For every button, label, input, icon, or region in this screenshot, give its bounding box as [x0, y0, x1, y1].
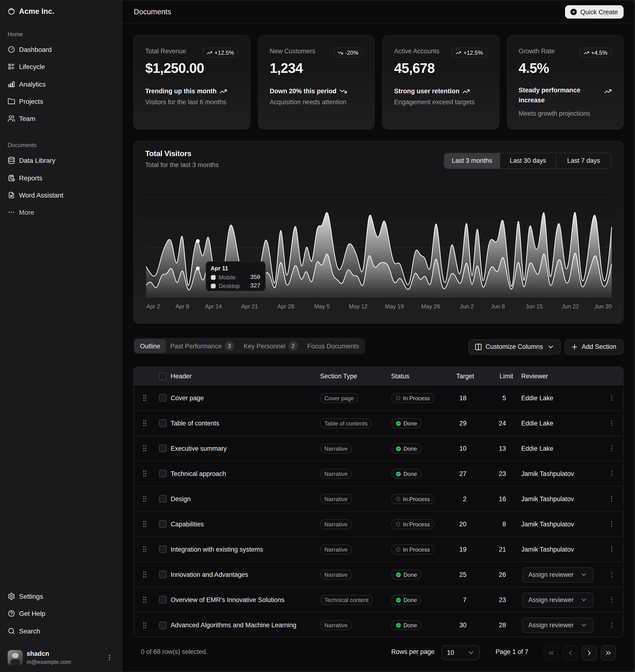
svg-text:Jun 22: Jun 22	[562, 303, 579, 310]
svg-text:May 26: May 26	[421, 303, 440, 310]
svg-text:Apr 21: Apr 21	[241, 303, 258, 310]
svg-text:Apr 28: Apr 28	[277, 303, 294, 310]
svg-text:Jun 30: Jun 30	[594, 303, 612, 310]
svg-text:May 12: May 12	[349, 303, 368, 310]
svg-text:May 19: May 19	[385, 303, 404, 310]
svg-text:Jun 2: Jun 2	[460, 303, 474, 310]
svg-text:Apr 14: Apr 14	[205, 303, 222, 310]
svg-text:May 5: May 5	[314, 303, 330, 310]
svg-text:Jun 8: Jun 8	[491, 303, 505, 310]
svg-text:Jun 15: Jun 15	[526, 303, 543, 310]
svg-text:Apr 2: Apr 2	[146, 303, 160, 310]
svg-text:Apr 8: Apr 8	[176, 303, 189, 310]
